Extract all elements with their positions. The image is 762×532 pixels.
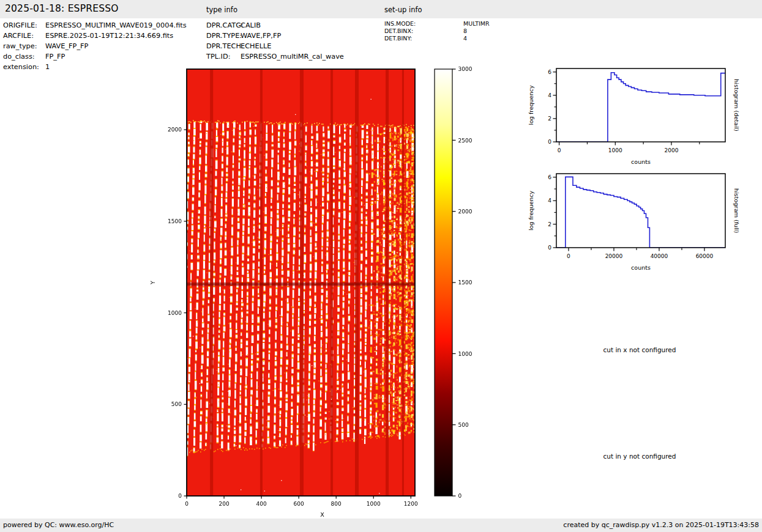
tick-label: 2000 [458,209,473,215]
footer-credit-left: powered by QC: www.eso.org/HC [3,521,114,529]
tick-label: 6 [548,174,551,180]
tick-label: 0 [458,493,462,499]
metadata-row: DET.BINX:8 [384,28,490,35]
metadata-value: FP_FP [45,53,65,61]
file-info-list: ORIGFILE:ESPRESSO_MULTIMR_WAVE019_0004.f… [3,20,187,72]
tick-label: counts [631,264,651,271]
metadata-value: ESPRESSO_MULTIMR_WAVE019_0004.fits [45,21,187,29]
tick-label: counts [631,158,651,165]
metadata-label: DPR.TECH: [206,41,241,51]
metadata-label: TPL.ID: [206,51,241,62]
metadata-row: ARCFILE:ESPRE.2025-01-19T12:21:34.669.fi… [3,31,187,41]
metadata-value: CALIB [241,21,261,29]
tick-label: 500 [171,401,182,407]
tick-label: 1000 [608,147,622,153]
tick-label: 0 [567,253,570,259]
metadata-label: DET.BINY: [384,35,463,42]
tick-label: 1000 [168,310,182,316]
metadata-label: extension: [3,62,45,72]
tick-label: 1000 [458,351,473,357]
metadata-row: extension:1 [3,62,187,72]
tick-label: 4 [548,198,551,204]
tick-label: 1500 [458,279,473,286]
metadata-row: DPR.TECH:ECHELLE [206,41,344,51]
tick-label: 2000 [665,147,679,153]
histogram-detail-plot: 0100020000246countslog frequencyhistogra… [526,58,762,174]
tick-label: 4 [548,92,551,98]
tick-label: 1200 [404,501,418,507]
tick-label: 6 [548,69,551,75]
tick-label: 500 [458,422,469,428]
metadata-label: DET.BINX: [384,28,463,35]
tick-label: 0 [185,501,189,507]
qc-report-page: 2025-01-18: ESPRESSO type info set-up in… [0,0,762,532]
tick-label: 1500 [168,218,182,224]
tick-label: 2000 [168,127,182,133]
metadata-value: 8 [463,28,467,34]
metadata-value: ECHELLE [241,42,271,50]
cut-x-message: cut in x not configured [551,346,728,353]
footer-credit-right: created by qc_rawdisp.py v1.2.3 on 2025-… [563,521,759,529]
metadata-value: WAVE,FP,FP [241,32,281,40]
metadata-value: 1 [45,63,50,71]
metadata-row: INS.MODE:MULTIMR [384,20,490,28]
metadata-label: DPR.CATG: [206,20,241,31]
metadata-row: TPL.ID:ESPRESSO_multiMR_cal_wave [206,51,344,62]
metadata-value: MULTIMR [463,20,490,27]
tick-label: 40000 [651,253,668,259]
tick-label: histogram (full) [733,188,740,233]
tick-label: 1000 [367,501,381,507]
cut-y-message: cut in y not configured [551,453,728,460]
metadata-label: INS.MODE: [384,20,463,28]
type-info-heading: type info [206,6,237,14]
tick-label: 800 [331,501,342,507]
page-title: 2025-01-18: ESPRESSO [5,3,119,14]
tick-label: Y [149,281,156,285]
setup-info-list: INS.MODE:MULTIMRDET.BINX:8DET.BINY:4 [384,20,490,42]
tick-label: 0 [548,245,551,251]
tick-label: 0 [178,493,182,499]
metadata-value: WAVE_FP_FP [45,42,88,50]
metadata-row: DPR.TYPE:WAVE,FP,FP [206,31,344,41]
metadata-value: ESPRE.2025-01-19T12:21:34.669.fits [45,32,173,40]
colorbar: 050010001500200025003000 [428,61,502,526]
tick-label: 600 [294,501,304,507]
tick-label: 200 [219,501,229,507]
metadata-row: DET.BINY:4 [384,35,490,42]
metadata-row: ORIGFILE:ESPRESSO_MULTIMR_WAVE019_0004.f… [3,20,187,31]
metadata-label: raw_type: [3,41,45,51]
metadata-row: do_class:FP_FP [3,51,187,62]
metadata-label: DPR.TYPE: [206,31,241,41]
metadata-label: do_class: [3,51,45,62]
tick-label: histogram (detail) [733,79,740,131]
metadata-row: DPR.CATG:CALIB [206,20,344,31]
tick-label: 20000 [605,253,623,259]
tick-label: 400 [256,501,267,507]
metadata-label: ORIGFILE: [3,20,45,31]
tick-label: 2500 [458,138,473,144]
tick-label: 0 [548,139,551,145]
tick-label: 0 [558,147,561,153]
tick-label: log frequency [528,85,534,125]
tick-label: 60000 [696,253,714,259]
tick-label: 2 [548,221,551,227]
tick-label: log frequency [528,191,534,231]
setup-info-heading: set-up info [384,6,422,14]
tick-label: 2 [548,116,551,122]
histogram-full-plot: 02000040000600000246countslog frequencyh… [526,163,762,279]
raw-frame-image [187,69,415,496]
type-info-list: DPR.CATG:CALIBDPR.TYPE:WAVE,FP,FPDPR.TEC… [206,20,344,62]
metadata-value: ESPRESSO_multiMR_cal_wave [241,53,344,61]
tick-label: X [320,511,324,518]
metadata-row: raw_type:WAVE_FP_FP [3,41,187,51]
metadata-value: 4 [463,35,467,42]
metadata-label: ARCFILE: [3,31,45,41]
tick-label: 3000 [458,66,473,72]
